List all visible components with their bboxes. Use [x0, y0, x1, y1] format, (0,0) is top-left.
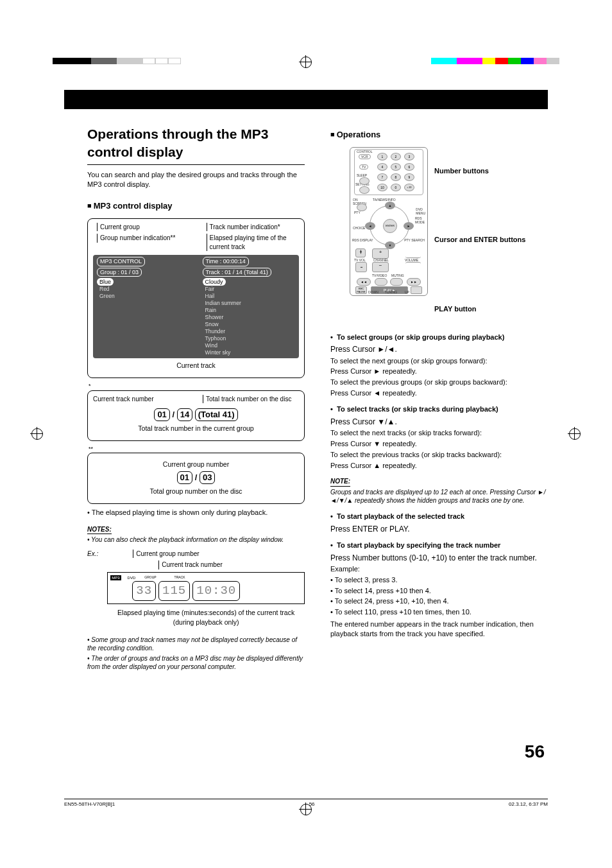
- screen-time-line: Time : 00:00:14: [206, 258, 246, 265]
- header-bar: [64, 90, 548, 109]
- value-track-a: 01: [154, 408, 169, 421]
- lcd-group-value: 33: [132, 581, 156, 602]
- value-track-b: 14: [177, 408, 192, 421]
- section-mp3-display: MP3 control display: [87, 200, 305, 212]
- sec2-l1: To select the next tracks (or skip track…: [330, 428, 548, 438]
- sec4-example-label: Example:: [330, 564, 548, 574]
- label-current-group: Current group: [97, 223, 190, 232]
- screen-track-line: Track : 01 / 14 (Total 41): [206, 269, 268, 275]
- label-total-track-in-group: Total track number in the current group: [93, 424, 299, 433]
- remote-diagram: CONTROL VCR TV SLEEP SETTING 1 2 3 4 5 6…: [350, 147, 428, 296]
- group-item: Red: [99, 286, 110, 292]
- label-current-track-number: Current track number: [93, 395, 153, 403]
- track-item: Thunder: [205, 328, 226, 334]
- screen-group-line: Group : 01 / 03: [100, 269, 139, 275]
- track-item: Indian summer: [205, 300, 241, 306]
- label-total-group-number-disc: Total group number on the disc: [93, 487, 299, 496]
- lcd-track-label: TRACK: [174, 575, 185, 580]
- track-item: Fair: [205, 286, 215, 292]
- label-track-number-indication: Track number indication*: [207, 223, 300, 232]
- sec4-e4: • To select 110, press +10 ten times, th…: [330, 607, 548, 617]
- registration-mark-icon: [300, 56, 312, 68]
- asterisk-double: **: [89, 445, 305, 453]
- track-item: Snow: [205, 321, 219, 327]
- registration-mark-icon: [569, 428, 581, 440]
- value-track-c: (Total 41): [195, 408, 238, 421]
- sec1-cmd: Press Cursor ►/◄.: [330, 344, 548, 354]
- right-column: Operations CONTROL VCR TV SLEEP SETTING …: [330, 125, 548, 673]
- note-1: • You can also check the playback inform…: [87, 535, 305, 544]
- mp3-display-diagram: Current group Group number indication** …: [87, 218, 305, 379]
- sec4-cmd: Press Number buttons (0-10, +10) to ente…: [330, 553, 548, 563]
- sec1-title: To select groups (or skip groups during …: [330, 333, 548, 342]
- sec3-cmd: Press ENTER or PLAY.: [330, 524, 548, 534]
- note-header-single: NOTE:: [330, 477, 350, 487]
- note-groups-tracks: Groups and tracks are displayed up to 12…: [330, 488, 548, 505]
- sec4-e3: • To select 24, press +10, +10, then 4.: [330, 596, 548, 606]
- screen-title: MP3 CONTROL: [100, 258, 142, 265]
- elapsed-note: • The elapsed playing time is shown only…: [87, 508, 305, 517]
- track-item: Wind: [205, 342, 217, 349]
- mp3-control-screen: MP3 CONTROL Group : 01 / 03 Blue Red Gre…: [93, 255, 299, 358]
- sec4-tail: The entered number appears in the track …: [330, 620, 548, 639]
- track-item: Typhoon: [205, 335, 226, 342]
- sec2-title: To select tracks (or skip tracks during …: [330, 404, 548, 414]
- note-2: • Some group and track names may not be …: [87, 636, 305, 653]
- sec1-l1: To select the next groups (or skip group…: [330, 356, 548, 366]
- track-item: Shower: [205, 314, 224, 320]
- lcd-track-value: 115: [158, 581, 190, 602]
- track-fraction-diagram: Current track number Total track number …: [87, 390, 305, 441]
- selected-track: Cloudy: [203, 278, 226, 286]
- page-number: 56: [525, 742, 545, 762]
- lcd-caption: Elapsed playing time (minutes:seconds) o…: [107, 608, 305, 626]
- group-item: Green: [99, 293, 115, 299]
- notes-header: NOTES:: [87, 525, 112, 535]
- lcd-time-value: 10:30: [192, 581, 240, 602]
- footer-mid: 56: [309, 801, 315, 807]
- label-total-track-number-disc: Total track number on the disc: [203, 395, 299, 404]
- asterisk-single: *: [89, 382, 305, 390]
- intro-text: You can search and play the desired grou…: [87, 170, 305, 189]
- example-label: Ex.:: [87, 550, 98, 559]
- sec1-l3: To select the previous groups (or skip g…: [330, 378, 548, 387]
- sec4-e1: • To select 3, press 3.: [330, 575, 548, 585]
- lcd-mp3: MP3: [110, 575, 121, 580]
- label-group-number-indication: Group number indication**: [97, 234, 190, 243]
- track-item: Rain: [205, 307, 216, 313]
- sec3-title: To start playback of the selected track: [330, 512, 548, 521]
- lcd-display: MP3 DVD GROUP TRACK 33 115 10:30: [107, 572, 305, 605]
- footer-right: 02.3.12, 6:37 PM: [509, 801, 548, 807]
- label-ex-current-group: Current group number: [133, 550, 305, 559]
- selected-group: Blue: [97, 278, 114, 286]
- lcd-group-label: GROUP: [144, 575, 156, 580]
- registration-mark-icon: [31, 428, 43, 440]
- track-item: Hail: [205, 293, 215, 299]
- group-fraction-diagram: Current group number 01 / 03 Total group…: [87, 453, 305, 504]
- footer-left: EN55-58TH-V70R[B]1: [64, 801, 115, 807]
- cursor-ring-icon: ▲ ▼ ◄ ► ENTER: [370, 205, 409, 245]
- page-title: Operations through the MP3 control displ…: [87, 125, 305, 165]
- sec4-title: To start playback by specifying the trac…: [330, 541, 548, 550]
- label-number-buttons: Number buttons: [434, 166, 548, 176]
- sec2-l2: Press Cursor ▼ repeatedly.: [330, 439, 548, 449]
- label-cursor-enter-buttons: Cursor and ENTER buttons: [434, 235, 548, 245]
- footer: EN55-58TH-V70R[B]1 56 02.3.12, 6:37 PM: [64, 799, 548, 807]
- note-3: • The order of groups and tracks on a MP…: [87, 654, 305, 672]
- label-ex-current-track: Current track number: [158, 560, 305, 569]
- value-group-a: 01: [177, 471, 192, 484]
- label-play-button: PLAY button: [434, 304, 548, 314]
- label-current-group-number: Current group number: [93, 460, 299, 469]
- label-elapsed-playing-time: Elapsed playing time of the current trac…: [207, 234, 300, 251]
- track-item: Winter sky: [205, 349, 231, 356]
- sec1-l4: Press Cursor ◄ repeatedly.: [330, 388, 548, 398]
- label-current-track: Current track: [93, 361, 299, 370]
- sec2-l4: Press Cursor ▲ repeatedly.: [330, 461, 548, 471]
- sec2-l3: To select the previous tracks (or skip t…: [330, 450, 548, 460]
- section-operations: Operations: [330, 129, 548, 141]
- lcd-dvd: DVD: [128, 575, 136, 580]
- sec1-l2: Press Cursor ► repeatedly.: [330, 367, 548, 376]
- value-group-b: 03: [200, 471, 215, 484]
- sec4-e2: • To select 14, press +10 then 4.: [330, 586, 548, 596]
- left-column: Operations through the MP3 control displ…: [87, 125, 305, 673]
- sec2-cmd: Press Cursor ▼/▲.: [330, 417, 548, 427]
